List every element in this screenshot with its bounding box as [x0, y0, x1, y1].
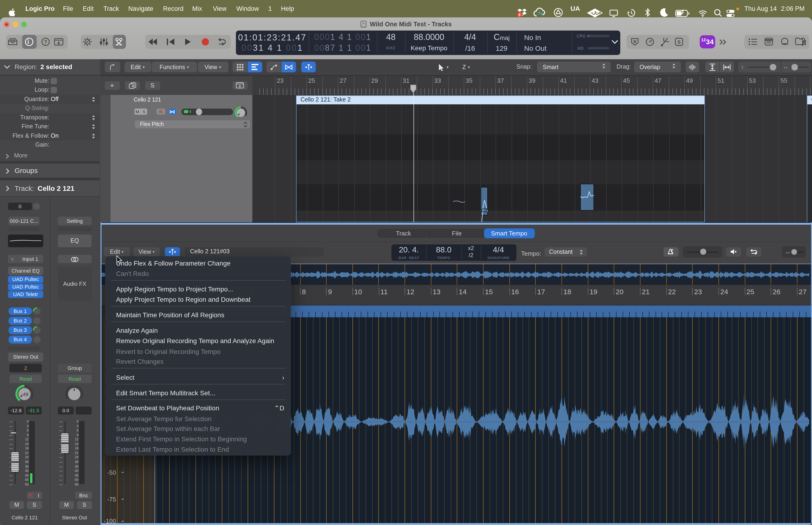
- svg-text:S: S: [677, 39, 681, 45]
- svg-text:?: ?: [44, 39, 47, 45]
- svg-text:-49: -49: [21, 391, 28, 397]
- svg-text:8: 8: [519, 13, 521, 17]
